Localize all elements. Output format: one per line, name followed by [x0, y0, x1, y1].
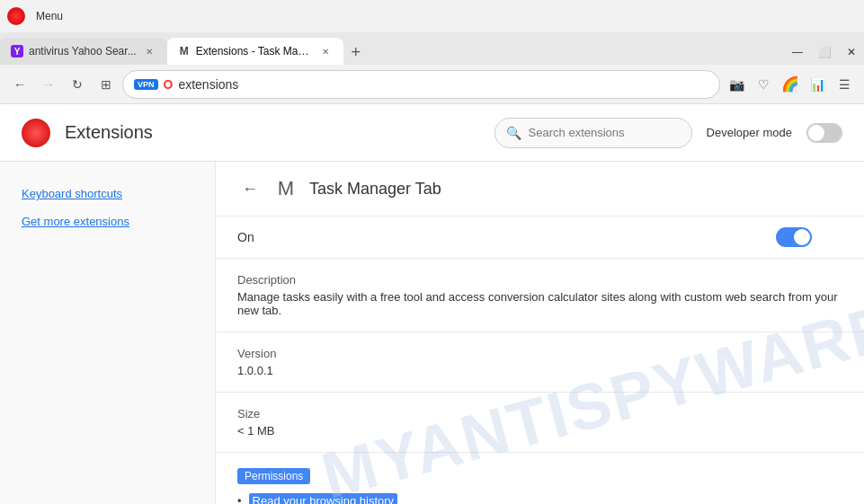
version-section: Version 1.0.0.1: [216, 332, 864, 393]
search-icon: 🔍: [506, 126, 521, 140]
sidebar: Keyboard shortcuts Get more extensions: [0, 162, 216, 504]
tab-title-2: Extensions - Task Man...: [196, 45, 313, 57]
extensions-title: Extensions: [65, 122, 153, 143]
heart-icon[interactable]: ♡: [751, 72, 776, 97]
version-value: 1.0.0.1: [237, 364, 842, 377]
extension-detail-header: ← M Task Manager Tab: [216, 162, 864, 217]
reload-button[interactable]: ↻: [65, 72, 90, 97]
navigation-bar: ← → ↻ ⊞ VPN O extensions 📷 ♡ 🌈 📊 ☰: [0, 65, 864, 104]
extensions-header: Extensions 🔍 Developer mode: [0, 104, 864, 162]
search-box[interactable]: 🔍: [494, 118, 692, 148]
page-container: Keyboard shortcuts Get more extensions M…: [0, 162, 864, 504]
maximize-button[interactable]: ⬜: [812, 40, 837, 65]
size-value: < 1 MB: [237, 424, 842, 438]
tab-favicon-1: Y: [11, 45, 23, 57]
sidebar-item-get-more-extensions[interactable]: Get more extensions: [0, 208, 215, 235]
back-button[interactable]: ←: [7, 72, 32, 97]
minimize-button[interactable]: —: [785, 40, 810, 65]
detail-back-button[interactable]: ←: [237, 176, 263, 201]
stats-icon[interactable]: 📊: [805, 72, 830, 97]
permissions-badge: Permissions: [237, 468, 310, 484]
colorpicker-icon[interactable]: 🌈: [778, 72, 803, 97]
extension-icon: M: [273, 176, 298, 201]
permissions-section: Permissions • Read your browsing history…: [216, 453, 864, 504]
status-row: On: [216, 217, 864, 259]
tab-favicon-letter-1: Y: [14, 47, 21, 57]
menu-icon[interactable]: ☰: [832, 72, 857, 97]
tab-favicon-letter-2: M: [180, 45, 189, 57]
forward-button[interactable]: →: [36, 72, 61, 97]
tab-grid-button[interactable]: ⊞: [94, 72, 119, 97]
title-bar: Menu: [0, 0, 864, 32]
nav-icons: 📷 ♡ 🌈 📊 ☰: [724, 72, 857, 97]
status-text: On: [237, 230, 254, 244]
permissions-list: • Read your browsing history • Display n…: [237, 491, 842, 504]
extension-toggle[interactable]: [776, 227, 812, 247]
search-input[interactable]: [529, 126, 681, 139]
address-text: extensions: [178, 77, 238, 92]
size-label: Size: [237, 407, 842, 420]
menu-label: Menu: [36, 10, 63, 22]
window-controls: — ⬜ ✕: [785, 40, 864, 65]
bullet-1: •: [237, 494, 242, 504]
version-label: Version: [237, 347, 842, 360]
size-section: Size < 1 MB: [216, 393, 864, 453]
close-button[interactable]: ✕: [839, 40, 864, 65]
developer-mode-toggle[interactable]: [806, 123, 842, 143]
opera-logo: [7, 7, 25, 25]
description-value: Manage tasks easily with a free tool and…: [237, 290, 842, 317]
toggle-knob: [808, 125, 824, 141]
new-tab-button[interactable]: +: [343, 40, 369, 65]
extension-name: Task Manager Tab: [309, 180, 441, 199]
tab-extensions[interactable]: M Extensions - Task Man... ✕: [167, 38, 343, 65]
tab-title-1: antivirus Yahoo Sear...: [29, 45, 137, 57]
opera-symbol: O: [164, 77, 174, 92]
vpn-badge: VPN: [134, 79, 158, 90]
tab-favicon-2: M: [178, 45, 191, 57]
developer-mode-label: Developer mode: [707, 126, 792, 139]
camera-icon[interactable]: 📷: [724, 72, 749, 97]
description-section: Description Manage tasks easily with a f…: [216, 259, 864, 332]
sidebar-item-keyboard-shortcuts[interactable]: Keyboard shortcuts: [0, 180, 215, 208]
description-label: Description: [237, 273, 842, 287]
tab-antivirus[interactable]: Y antivirus Yahoo Sear... ✕: [0, 38, 167, 65]
extensions-logo: [22, 119, 50, 147]
address-bar[interactable]: VPN O extensions: [122, 70, 720, 99]
toggle-knob-on: [794, 229, 810, 245]
permission-1-text: Read your browsing history: [249, 493, 398, 504]
tab-strip: Y antivirus Yahoo Sear... ✕ M Extensions…: [0, 32, 864, 65]
main-content: MYANTISPYWARE.COM ← M Task Manager Tab O…: [216, 162, 864, 504]
menu-button[interactable]: Menu: [29, 6, 70, 26]
tab-close-1[interactable]: ✕: [142, 44, 156, 58]
tab-close-2[interactable]: ✕: [318, 44, 333, 58]
permission-item-1: • Read your browsing history: [237, 491, 842, 504]
